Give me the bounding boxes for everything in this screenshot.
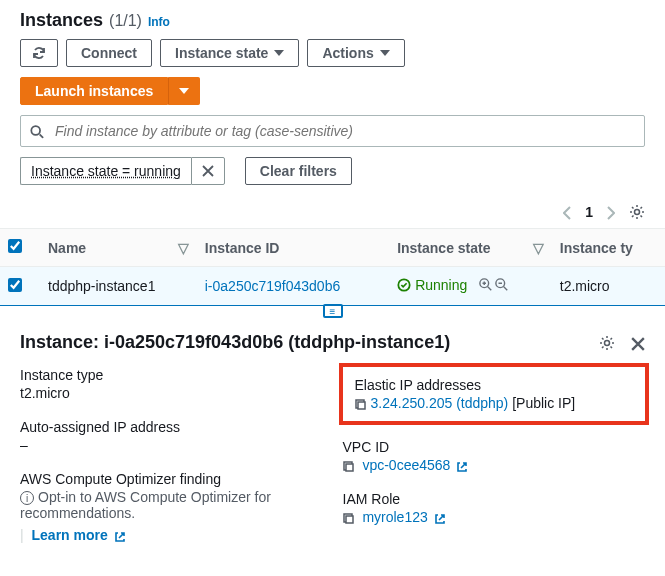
filter-tag-close[interactable] <box>191 157 225 185</box>
chevron-left-icon <box>563 206 571 220</box>
page-title: Instances <box>20 10 103 31</box>
sort-icon[interactable]: ▽ <box>533 240 544 256</box>
caret-down-icon <box>380 50 390 56</box>
copy-icon[interactable] <box>343 509 355 525</box>
status-badge: Running <box>397 277 467 293</box>
eip-link[interactable]: 3.24.250.205 (tddphp) <box>371 395 509 411</box>
eip-suffix: [Public IP] <box>508 395 575 411</box>
svg-rect-8 <box>346 516 353 523</box>
col-name[interactable]: Name <box>48 240 86 256</box>
resize-handle[interactable]: ≡ <box>323 304 343 318</box>
filter-tag-text[interactable]: Instance state = running <box>20 157 191 185</box>
close-icon <box>202 165 214 177</box>
cell-name: tddphp-instance1 <box>40 267 197 306</box>
auto-ip-label: Auto-assigned IP address <box>20 419 323 435</box>
search-input[interactable] <box>20 115 645 147</box>
select-all-checkbox[interactable] <box>8 239 22 253</box>
status-text: Running <box>415 277 467 293</box>
zoom-in-icon[interactable] <box>479 278 493 292</box>
actions-button[interactable]: Actions <box>307 39 404 67</box>
vpc-link[interactable]: vpc-0cee4568 <box>359 457 469 473</box>
zoom-out-icon[interactable] <box>495 278 509 292</box>
instance-state-label: Instance state <box>175 45 268 61</box>
instance-count: (1/1) <box>109 12 142 30</box>
iam-label: IAM Role <box>343 491 646 507</box>
detail-settings-button[interactable] <box>599 334 615 351</box>
table-row[interactable]: tddphp-instance1 i-0a250c719f043d0b6 Run… <box>0 267 665 306</box>
vpc-value: vpc-0cee4568 <box>362 457 450 473</box>
eip-label: Elastic IP addresses <box>355 377 634 393</box>
cell-instance-type: t2.micro <box>552 267 665 306</box>
col-instance-state[interactable]: Instance state <box>397 240 490 256</box>
learn-more-text: Learn more <box>32 527 108 543</box>
connect-button[interactable]: Connect <box>66 39 152 67</box>
info-link[interactable]: Info <box>148 15 170 29</box>
cell-instance-id-link[interactable]: i-0a250c719f043d0b6 <box>205 278 340 294</box>
optimizer-label: AWS Compute Optimizer finding <box>20 471 323 487</box>
svg-rect-6 <box>358 402 365 409</box>
copy-icon[interactable] <box>355 395 367 411</box>
actions-label: Actions <box>322 45 373 61</box>
info-circle-icon: i <box>20 491 34 505</box>
external-link-icon <box>114 531 126 543</box>
learn-more-link[interactable]: Learn more <box>32 527 126 543</box>
gear-icon <box>629 204 645 220</box>
auto-ip-value: – <box>20 437 323 453</box>
prev-page[interactable] <box>563 204 571 220</box>
caret-down-icon <box>274 50 284 56</box>
caret-down-icon <box>179 88 189 94</box>
gear-icon <box>599 335 615 351</box>
refresh-icon <box>31 45 47 61</box>
svg-point-0 <box>31 126 40 135</box>
row-checkbox[interactable] <box>8 278 22 292</box>
instance-type-label: Instance type <box>20 367 323 383</box>
iam-value: myrole123 <box>362 509 427 525</box>
svg-rect-7 <box>346 464 353 471</box>
svg-point-5 <box>605 341 610 346</box>
next-page[interactable] <box>607 204 615 220</box>
close-detail-button[interactable] <box>631 335 645 351</box>
external-link-icon <box>434 513 446 525</box>
external-link-icon <box>456 461 468 473</box>
detail-title: Instance: i-0a250c719f043d0b6 (tddphp-in… <box>20 332 450 353</box>
refresh-button[interactable] <box>20 39 58 67</box>
sort-icon[interactable]: ▽ <box>178 240 189 256</box>
close-icon <box>631 337 645 351</box>
svg-point-1 <box>635 210 640 215</box>
instance-state-button[interactable]: Instance state <box>160 39 299 67</box>
search-icon <box>30 123 44 139</box>
divider: | <box>20 527 24 543</box>
launch-instances-button[interactable]: Launch instances <box>20 77 168 105</box>
page-number: 1 <box>585 204 593 220</box>
chevron-right-icon <box>607 206 615 220</box>
elastic-ip-highlight: Elastic IP addresses 3.24.250.205 (tddph… <box>339 363 650 425</box>
col-instance-id[interactable]: Instance ID <box>205 240 280 256</box>
filter-tag: Instance state = running <box>20 157 225 185</box>
vpc-label: VPC ID <box>343 439 646 455</box>
iam-link[interactable]: myrole123 <box>359 509 446 525</box>
copy-icon[interactable] <box>343 457 355 473</box>
optimizer-text: Opt-in to AWS Compute Optimizer for reco… <box>20 489 271 521</box>
check-circle-icon <box>397 278 411 292</box>
clear-filters-button[interactable]: Clear filters <box>245 157 352 185</box>
instance-type-value: t2.micro <box>20 385 323 401</box>
launch-instances-dropdown[interactable] <box>168 77 200 105</box>
col-instance-type[interactable]: Instance ty <box>560 240 633 256</box>
settings-button[interactable] <box>629 203 645 220</box>
